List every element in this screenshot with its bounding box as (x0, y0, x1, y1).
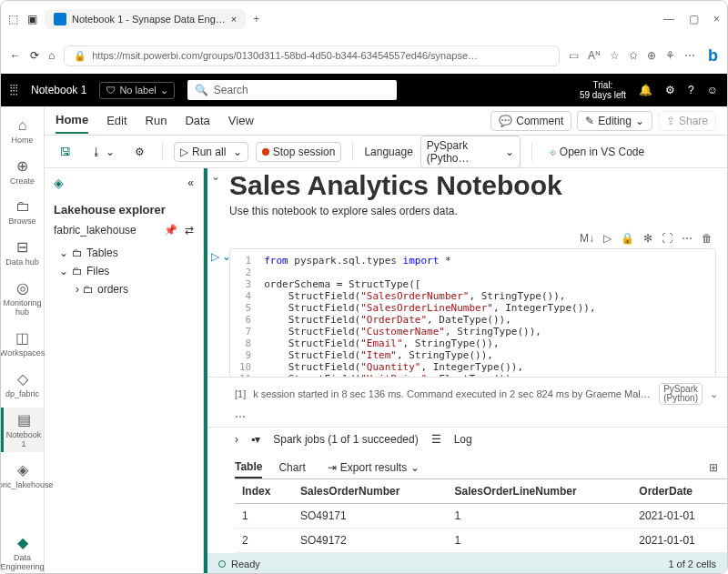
collections-icon[interactable]: ⊕ (647, 49, 656, 62)
close-tab-icon[interactable]: × (231, 14, 237, 25)
rail-lakehouse[interactable]: ◈fabric_lakehouse (1, 458, 44, 493)
folder-icon: 🗀 (83, 283, 94, 296)
lock-cell-button[interactable]: 🔒 (621, 232, 634, 245)
result-tab-table[interactable]: Table (235, 457, 262, 478)
rail-datahub[interactable]: ⊟Data hub (1, 235, 44, 270)
rail-workspaces[interactable]: ◫Workspaces (1, 326, 44, 361)
collapse-cell-icon[interactable]: ⌄ (211, 170, 220, 183)
app-bar: ⦙⦙⦙ Notebook 1 🛡 No label ⌄ 🔍 Search Tri… (1, 74, 727, 106)
rail-notebook[interactable]: ▤Notebook 1 (1, 408, 44, 452)
code-cell[interactable]: 1 2 3 4 5 6 7 8 9 10 11 12 13 14 15 16 f… (229, 248, 716, 377)
folder-icon: 🗀 (72, 265, 83, 277)
workspace-item-icon: ◇ (17, 370, 28, 388)
cell-output-meta: [1] k session started in 8 sec 136 ms. C… (207, 377, 727, 410)
stop-icon (262, 148, 269, 156)
settings-icon[interactable]: ⚙ (665, 84, 675, 96)
rail-persona[interactable]: ◆Data Engineering (1, 530, 44, 574)
favorite-icon[interactable]: ☆ (610, 49, 620, 62)
run-cell-button[interactable]: ▷ (603, 232, 612, 245)
rail-home[interactable]: ⌂Home (1, 114, 44, 148)
refresh-icon[interactable]: ⟳ (30, 49, 39, 62)
output-ellipsis[interactable]: ⋯ (207, 410, 727, 427)
favorites-bar-icon[interactable]: ✩ (629, 49, 638, 62)
fullscreen-cell-button[interactable]: ⛶ (662, 232, 672, 245)
sensitivity-label[interactable]: 🛡 No label ⌄ (99, 82, 174, 99)
result-tabs: Table Chart ⇥Export results⌄ ⊞ (207, 451, 727, 478)
orders-node[interactable]: ›🗀orders (76, 280, 203, 298)
stop-session-button[interactable]: Stop session (256, 142, 342, 162)
language-select[interactable]: PySpark (Pytho…⌄ (420, 136, 521, 168)
tab-run[interactable]: Run (146, 108, 167, 133)
collapse-output-icon[interactable]: ⌄ (710, 388, 718, 400)
log-link[interactable]: Log (454, 433, 472, 446)
home-icon[interactable]: ⌂ (48, 49, 55, 62)
url-bar[interactable]: 🔒 https://msit.powerbi.com/groups/0130d3… (64, 45, 560, 66)
result-tab-chart[interactable]: Chart (278, 458, 305, 478)
browser-tab[interactable]: Notebook 1 - Synapse Data Eng… × (45, 9, 246, 29)
gear-button[interactable]: ⚙ (128, 142, 151, 162)
rail-dpfabric[interactable]: ◇dp_fabric (1, 367, 44, 402)
pin-icon[interactable]: 📌 (164, 224, 177, 237)
text-size-icon[interactable]: Aᴺ (588, 49, 601, 62)
expand-spark-icon[interactable]: › (235, 433, 238, 446)
minimize-icon[interactable]: — (663, 13, 674, 25)
status-bar: Ready 1 of 2 cells (207, 553, 727, 574)
help-icon[interactable]: ? (688, 84, 694, 96)
run-all-button[interactable]: ▷Run all ⌄ (174, 142, 248, 162)
save-button[interactable]: 🖫 (54, 142, 77, 162)
tab-home[interactable]: Home (56, 107, 88, 134)
cell-count: 1 of 2 cells (668, 559, 716, 569)
col-soln[interactable]: SalesOrderLineNumber (448, 479, 632, 504)
workspace-icon[interactable]: ⬚ (8, 13, 18, 25)
table-row[interactable]: 2 SO49172 1 2021-01-01 (235, 529, 727, 553)
more-icon[interactable]: ⋯ (684, 49, 695, 62)
bing-icon[interactable]: b (708, 46, 718, 65)
tab-edit[interactable]: Edit (106, 108, 126, 133)
col-index[interactable]: Index (235, 479, 293, 504)
share-button[interactable]: ⇪Share (658, 111, 716, 131)
tabs-icon[interactable]: ▣ (27, 13, 37, 25)
workspaces-icon: ◫ (15, 329, 29, 347)
notebook-name[interactable]: Notebook 1 (31, 84, 86, 96)
open-vscode-button[interactable]: ⟐Open in VS Code (543, 142, 651, 162)
download-button[interactable]: ⭳⌄ (85, 142, 121, 162)
col-od[interactable]: OrderDate (632, 479, 727, 504)
browser-nav: ← ⟳ ⌂ 🔒 https://msit.powerbi.com/groups/… (1, 37, 727, 74)
back-icon[interactable]: ← (10, 49, 21, 62)
result-table: Index SalesOrderNumber SalesOrderLineNum… (235, 478, 727, 553)
comment-button[interactable]: 💬Comment (490, 111, 571, 131)
freeze-cell-button[interactable]: ✻ (643, 232, 652, 245)
spark-icon: ▪▾ (251, 433, 260, 446)
feedback-icon[interactable]: ☺ (707, 84, 718, 96)
convert-md-button[interactable]: M↓ (580, 232, 594, 245)
play-icon: ▷ (180, 146, 188, 158)
delete-cell-button[interactable]: 🗑 (702, 232, 713, 245)
extensions-icon[interactable]: ⚘ (665, 49, 675, 62)
table-row[interactable]: 1 SO49171 1 2021-01-01 (235, 504, 727, 529)
tables-node[interactable]: ⌄🗀Tables (59, 244, 203, 262)
code-content[interactable]: from pyspark.sql.types import * orderSch… (264, 255, 712, 377)
collapse-explorer-icon[interactable]: « (187, 176, 194, 189)
table-settings-icon[interactable]: ⊞ (709, 461, 718, 474)
notifications-icon[interactable]: 🔔 (639, 84, 652, 96)
more-cell-button[interactable]: ⋯ (682, 232, 693, 245)
run-cell-gutter[interactable]: ▷ ⌄ (211, 250, 231, 263)
rail-monitor[interactable]: ◎Monitoring hub (1, 276, 44, 320)
new-tab-icon[interactable]: + (253, 13, 259, 25)
close-window-icon[interactable]: × (713, 13, 720, 25)
rail-browse[interactable]: 🗀Browse (1, 195, 44, 229)
tab-view[interactable]: View (228, 108, 254, 133)
col-son[interactable]: SalesOrderNumber (293, 479, 448, 504)
read-aloud-icon[interactable]: ▭ (569, 49, 579, 62)
lakehouse-item[interactable]: fabric_lakehouse 📌 ⇄ (45, 220, 203, 240)
maximize-icon[interactable]: ▢ (689, 13, 699, 25)
export-results-button[interactable]: ⇥Export results⌄ (328, 461, 420, 474)
rail-create[interactable]: ⊕Create (1, 154, 44, 189)
refresh-lh-icon[interactable]: ⇄ (185, 224, 194, 237)
files-node[interactable]: ⌄🗀Files (59, 262, 203, 280)
tab-data[interactable]: Data (185, 108, 209, 133)
editing-button[interactable]: ✎Editing⌄ (577, 111, 652, 131)
trial-status: Trial: 59 days left (580, 80, 626, 100)
waffle-icon[interactable]: ⦙⦙⦙ (10, 83, 18, 98)
search-input[interactable]: 🔍 Search (187, 80, 397, 100)
